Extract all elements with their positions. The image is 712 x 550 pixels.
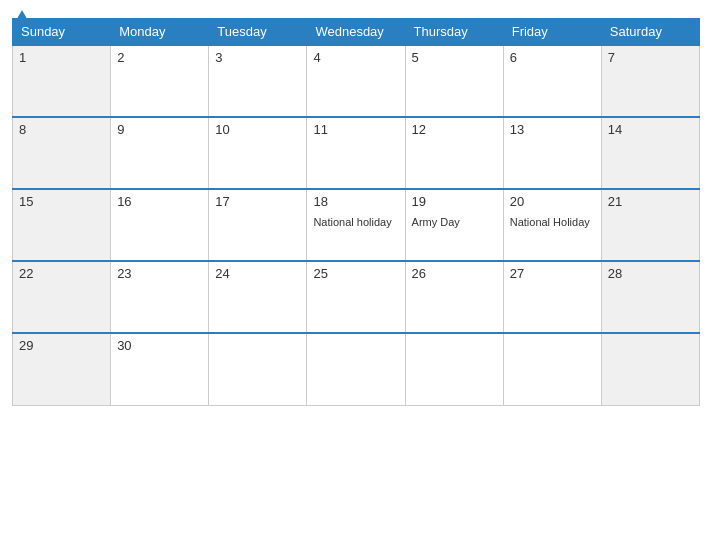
day-cell: 7: [601, 45, 699, 117]
day-number: 21: [608, 194, 693, 209]
day-number: 8: [19, 122, 104, 137]
logo: [12, 10, 30, 25]
day-cell: 11: [307, 117, 405, 189]
day-cell: 27: [503, 261, 601, 333]
day-number: 10: [215, 122, 300, 137]
day-number: 26: [412, 266, 497, 281]
day-cell: 15: [13, 189, 111, 261]
day-number: 25: [313, 266, 398, 281]
col-monday: Monday: [111, 19, 209, 46]
day-cell: [307, 333, 405, 405]
calendar-body: 123456789101112131415161718National holi…: [13, 45, 700, 405]
day-number: 4: [313, 50, 398, 65]
week-row-2: 891011121314: [13, 117, 700, 189]
day-cell: 10: [209, 117, 307, 189]
day-cell: 30: [111, 333, 209, 405]
day-cell: 2: [111, 45, 209, 117]
day-cell: 12: [405, 117, 503, 189]
week-row-3: 15161718National holiday19Army Day20Nati…: [13, 189, 700, 261]
week-row-1: 1234567: [13, 45, 700, 117]
day-cell: 6: [503, 45, 601, 117]
day-number: 19: [412, 194, 497, 209]
day-number: 9: [117, 122, 202, 137]
day-cell: 24: [209, 261, 307, 333]
day-number: 2: [117, 50, 202, 65]
calendar-table: Sunday Monday Tuesday Wednesday Thursday…: [12, 18, 700, 406]
day-cell: 14: [601, 117, 699, 189]
day-number: 11: [313, 122, 398, 137]
week-row-5: 2930: [13, 333, 700, 405]
day-number: 16: [117, 194, 202, 209]
col-friday: Friday: [503, 19, 601, 46]
day-cell: 18National holiday: [307, 189, 405, 261]
day-number: 17: [215, 194, 300, 209]
logo-blue-text: [12, 10, 30, 25]
day-cell: 13: [503, 117, 601, 189]
day-cell: 16: [111, 189, 209, 261]
day-number: 24: [215, 266, 300, 281]
col-wednesday: Wednesday: [307, 19, 405, 46]
day-number: 13: [510, 122, 595, 137]
day-cell: 29: [13, 333, 111, 405]
day-cell: 3: [209, 45, 307, 117]
day-number: 28: [608, 266, 693, 281]
day-number: 7: [608, 50, 693, 65]
day-number: 23: [117, 266, 202, 281]
event-label: Army Day: [412, 216, 460, 228]
day-cell: 23: [111, 261, 209, 333]
day-cell: 8: [13, 117, 111, 189]
day-number: 1: [19, 50, 104, 65]
day-number: 30: [117, 338, 202, 353]
day-number: 22: [19, 266, 104, 281]
day-cell: 25: [307, 261, 405, 333]
day-number: 14: [608, 122, 693, 137]
day-cell: 21: [601, 189, 699, 261]
col-tuesday: Tuesday: [209, 19, 307, 46]
day-cell: 1: [13, 45, 111, 117]
day-cell: 28: [601, 261, 699, 333]
logo-triangle-icon: [14, 10, 30, 24]
day-cell: [209, 333, 307, 405]
day-cell: [503, 333, 601, 405]
day-cell: 5: [405, 45, 503, 117]
day-number: 27: [510, 266, 595, 281]
day-cell: 22: [13, 261, 111, 333]
week-row-4: 22232425262728: [13, 261, 700, 333]
day-cell: [405, 333, 503, 405]
col-thursday: Thursday: [405, 19, 503, 46]
day-number: 20: [510, 194, 595, 209]
day-cell: [601, 333, 699, 405]
calendar-container: Sunday Monday Tuesday Wednesday Thursday…: [0, 0, 712, 550]
event-label: National Holiday: [510, 216, 590, 228]
day-cell: 19Army Day: [405, 189, 503, 261]
day-number: 12: [412, 122, 497, 137]
col-saturday: Saturday: [601, 19, 699, 46]
day-cell: 20National Holiday: [503, 189, 601, 261]
day-cell: 26: [405, 261, 503, 333]
day-number: 15: [19, 194, 104, 209]
day-number: 3: [215, 50, 300, 65]
day-number: 5: [412, 50, 497, 65]
day-number: 18: [313, 194, 398, 209]
day-cell: 9: [111, 117, 209, 189]
event-label: National holiday: [313, 216, 391, 228]
day-cell: 4: [307, 45, 405, 117]
day-number: 6: [510, 50, 595, 65]
calendar-header-row: Sunday Monday Tuesday Wednesday Thursday…: [13, 19, 700, 46]
day-cell: 17: [209, 189, 307, 261]
day-number: 29: [19, 338, 104, 353]
